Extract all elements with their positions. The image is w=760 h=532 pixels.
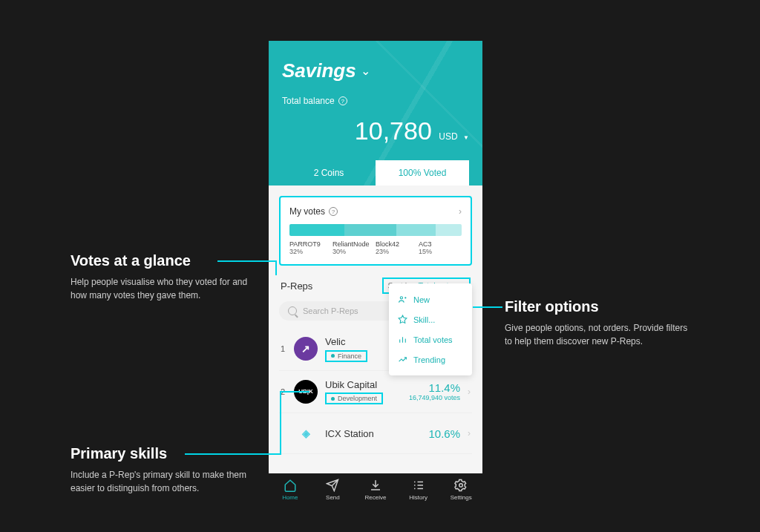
tab-voted[interactable]: 100% Voted bbox=[376, 160, 469, 185]
nav-send[interactable]: Send bbox=[312, 479, 355, 501]
annotation-title: Filter options bbox=[505, 298, 690, 315]
votes-labels: PARROT932%ReliantNode30%Block4223%AC315% bbox=[289, 240, 462, 255]
svg-point-0 bbox=[400, 297, 402, 299]
vote-label: PARROT932% bbox=[289, 240, 332, 255]
bottom-nav: HomeSendReceiveHistorySettings bbox=[269, 473, 482, 506]
filter-option[interactable]: Skill... bbox=[389, 309, 472, 329]
connector-line bbox=[280, 391, 281, 453]
filter-option[interactable]: New bbox=[389, 289, 472, 309]
connector-line bbox=[217, 260, 277, 262]
help-icon[interactable]: ? bbox=[329, 207, 338, 216]
preps-title: P-Reps bbox=[281, 280, 312, 292]
connector-line bbox=[185, 453, 281, 455]
prep-name: ICX Station bbox=[325, 428, 421, 439]
filter-dropdown: NewSkill...Total votesTrending bbox=[389, 283, 472, 375]
settings-icon bbox=[454, 479, 468, 492]
chevron-down-icon: ⌄ bbox=[361, 64, 370, 78]
annotation-body: Help people visualise who they voted for… bbox=[71, 275, 256, 302]
star-icon bbox=[398, 315, 407, 324]
rank: 1 bbox=[281, 344, 286, 353]
annotation-body: Include a P-Rep's primary skill to make … bbox=[71, 468, 256, 495]
search-placeholder: Search P-Reps bbox=[303, 306, 358, 315]
svg-point-1 bbox=[459, 484, 463, 487]
balance-currency: USD bbox=[439, 131, 457, 142]
prep-name: Ubik Capital bbox=[325, 379, 402, 390]
vote-label: Block4223% bbox=[376, 240, 419, 255]
header-tabs: 2 Coins 100% Voted bbox=[282, 160, 469, 185]
vote-label: ReliantNode30% bbox=[332, 240, 376, 255]
nav-home[interactable]: Home bbox=[269, 479, 312, 501]
search-icon bbox=[288, 306, 297, 315]
connector-line bbox=[275, 260, 277, 275]
send-icon bbox=[326, 479, 339, 492]
connector-line bbox=[473, 306, 502, 308]
my-votes-card[interactable]: My votes ? › PARROT932%ReliantNode30%Blo… bbox=[279, 196, 472, 266]
skill-tag: Finance bbox=[325, 350, 367, 362]
skill-tag: Development bbox=[325, 393, 383, 404]
balance-amount: 10,780 bbox=[355, 116, 432, 145]
connector-line bbox=[280, 391, 309, 393]
header: Savings ⌄ Total balance ? 10,780 USD ▼ 2… bbox=[269, 41, 482, 185]
prep-logo: ↗ bbox=[294, 337, 318, 361]
home-icon bbox=[284, 479, 297, 492]
vote-segment bbox=[396, 224, 436, 236]
my-votes-title: My votes bbox=[289, 206, 325, 217]
prep-logo: ◈ bbox=[294, 421, 318, 445]
person-icon bbox=[398, 295, 407, 304]
balance-value-row[interactable]: 10,780 USD ▼ bbox=[282, 116, 469, 145]
vote-segment bbox=[436, 224, 462, 236]
annotation-filter: Filter options Give people options, not … bbox=[505, 298, 690, 348]
vote-label: AC315% bbox=[419, 240, 462, 255]
receive-icon bbox=[369, 479, 382, 492]
help-icon[interactable]: ? bbox=[338, 96, 347, 105]
bars-icon bbox=[398, 335, 407, 344]
triangle-down-icon: ▼ bbox=[463, 134, 469, 141]
phone-mockup: Savings ⌄ Total balance ? 10,780 USD ▼ 2… bbox=[269, 41, 482, 506]
tab-coins[interactable]: 2 Coins bbox=[282, 160, 376, 185]
nav-settings[interactable]: Settings bbox=[439, 479, 482, 501]
title-dropdown[interactable]: Savings ⌄ bbox=[282, 59, 469, 82]
chevron-right-icon: › bbox=[468, 428, 471, 439]
chevron-right-icon: › bbox=[459, 206, 462, 217]
balance-label: Total balance bbox=[282, 96, 335, 106]
trend-icon bbox=[398, 355, 407, 364]
votes-bar bbox=[289, 224, 462, 236]
filter-option[interactable]: Total votes bbox=[389, 329, 472, 349]
nav-history[interactable]: History bbox=[397, 479, 440, 501]
vote-segment bbox=[289, 224, 344, 236]
chevron-right-icon: › bbox=[468, 387, 471, 397]
balance-label-row: Total balance ? bbox=[282, 96, 469, 106]
nav-receive[interactable]: Receive bbox=[354, 479, 397, 501]
prep-row[interactable]: ◈ICX Station10.6%› bbox=[279, 413, 472, 454]
annotation-body: Give people options, not orders. Provide… bbox=[505, 321, 690, 348]
history-icon bbox=[412, 479, 425, 492]
vote-segment bbox=[344, 224, 396, 236]
filter-option[interactable]: Trending bbox=[389, 349, 472, 370]
page-title: Savings bbox=[282, 59, 356, 82]
